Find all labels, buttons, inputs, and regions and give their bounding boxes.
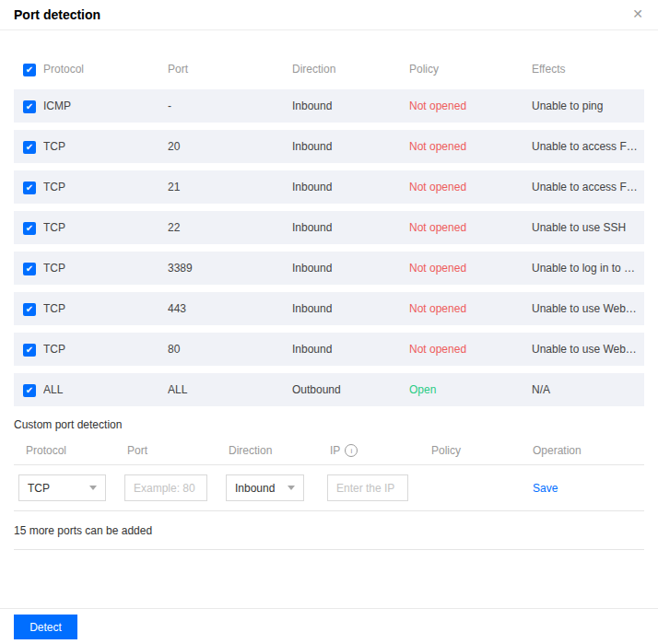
cell-port: 21 bbox=[168, 181, 292, 193]
select-all-checkbox[interactable]: ✔ bbox=[23, 64, 36, 76]
cell-policy: Not opened bbox=[409, 343, 532, 356]
custom-input-row: TCP Inbound Save bbox=[14, 465, 644, 511]
cell-effects: Unable to access FTP bbox=[532, 181, 644, 193]
custom-col-port: Port bbox=[115, 444, 217, 457]
cell-protocol: ICMP bbox=[43, 100, 168, 112]
cell-effects: Unable to ping bbox=[532, 100, 644, 112]
check-icon: ✔ bbox=[26, 65, 33, 75]
cell-effects: Unable to access FTP bbox=[532, 140, 644, 153]
cell-protocol: TCP bbox=[43, 221, 168, 234]
table-header: ✔ Protocol Port Direction Policy Effects bbox=[14, 55, 644, 83]
cell-port: 80 bbox=[168, 343, 292, 356]
cell-direction: Inbound bbox=[292, 343, 409, 356]
row-checkbox-cell: ✔ bbox=[14, 262, 43, 275]
protocol-select[interactable]: TCP bbox=[18, 474, 106, 501]
row-checkbox-cell: ✔ bbox=[14, 383, 43, 397]
cell-direction: Inbound bbox=[292, 100, 409, 112]
cell-protocol: TCP bbox=[43, 262, 168, 275]
cell-effects: Unable to use SSH bbox=[532, 221, 644, 234]
detect-button[interactable]: Detect bbox=[14, 615, 77, 639]
cell-direction: Inbound bbox=[292, 140, 409, 153]
table-body: ✔ ICMP - Inbound Not opened Unable to pi… bbox=[14, 89, 644, 406]
row-checkbox-cell: ✔ bbox=[14, 181, 43, 194]
check-icon: ✔ bbox=[26, 143, 33, 152]
protocol-select-cell: TCP bbox=[14, 474, 115, 501]
cell-port: 443 bbox=[168, 302, 292, 315]
page-title: Port detection bbox=[14, 7, 100, 22]
row-checkbox[interactable]: ✔ bbox=[23, 384, 36, 397]
custom-col-direction: Direction bbox=[217, 444, 318, 457]
check-icon: ✔ bbox=[26, 264, 33, 274]
cell-port: - bbox=[168, 100, 292, 112]
cell-port: 20 bbox=[168, 140, 292, 153]
custom-table-header: Protocol Port Direction IP i Policy Oper… bbox=[14, 437, 644, 465]
row-checkbox[interactable]: ✔ bbox=[23, 141, 36, 154]
cell-port: 22 bbox=[168, 221, 292, 234]
row-checkbox-cell: ✔ bbox=[14, 221, 43, 235]
dialog-header: Port detection bbox=[0, 0, 658, 30]
row-checkbox-cell: ✔ bbox=[14, 343, 43, 357]
cell-direction: Inbound bbox=[292, 302, 409, 315]
cell-policy: Not opened bbox=[409, 100, 532, 112]
custom-col-ip: IP i bbox=[318, 444, 419, 457]
direction-select-value: Inbound bbox=[235, 482, 275, 495]
cell-direction: Inbound bbox=[292, 221, 409, 234]
cell-policy: Not opened bbox=[409, 140, 532, 153]
cell-effects: Unable to use Web ser... bbox=[532, 302, 644, 315]
row-checkbox[interactable]: ✔ bbox=[23, 181, 36, 194]
cell-effects: N/A bbox=[532, 383, 644, 396]
cell-effects: Unable to log in to CVM bbox=[532, 262, 644, 275]
table-row: ✔ TCP 3389 Inbound Not opened Unable to … bbox=[14, 252, 644, 285]
ip-input-cell bbox=[318, 474, 419, 501]
row-checkbox-cell: ✔ bbox=[14, 140, 43, 154]
close-icon[interactable]: ✕ bbox=[632, 6, 643, 21]
table-row: ✔ ICMP - Inbound Not opened Unable to pi… bbox=[14, 89, 644, 123]
table-row: ✔ ALL ALL Outbound Open N/A bbox=[14, 373, 644, 406]
check-icon: ✔ bbox=[26, 183, 33, 193]
cell-protocol: TCP bbox=[43, 140, 168, 153]
ip-input[interactable] bbox=[327, 474, 408, 501]
cell-policy: Not opened bbox=[409, 221, 532, 234]
cell-policy: Not opened bbox=[409, 181, 532, 193]
check-icon: ✔ bbox=[26, 386, 33, 395]
cell-direction: Inbound bbox=[292, 262, 409, 275]
ports-remaining-note: 15 more ports can be added bbox=[14, 511, 644, 550]
cell-protocol: TCP bbox=[43, 343, 168, 356]
cell-policy: Not opened bbox=[409, 302, 532, 315]
table-row: ✔ TCP 22 Inbound Not opened Unable to us… bbox=[14, 211, 644, 244]
cell-protocol: TCP bbox=[43, 302, 168, 315]
custom-col-ip-label: IP bbox=[330, 444, 340, 457]
port-detection-dialog: Port detection ✕ ✔ Protocol Port Directi… bbox=[0, 0, 658, 550]
check-icon: ✔ bbox=[26, 345, 33, 355]
custom-col-protocol: Protocol bbox=[14, 444, 115, 457]
chevron-down-icon bbox=[89, 486, 97, 490]
select-all-checkbox-cell: ✔ bbox=[14, 63, 43, 76]
table-row: ✔ TCP 20 Inbound Not opened Unable to ac… bbox=[14, 130, 644, 163]
port-input[interactable] bbox=[124, 474, 207, 501]
info-icon[interactable]: i bbox=[345, 444, 358, 457]
row-checkbox[interactable]: ✔ bbox=[23, 303, 36, 316]
custom-section-title: Custom port detection bbox=[14, 418, 644, 431]
table-row: ✔ TCP 80 Inbound Not opened Unable to us… bbox=[14, 333, 644, 366]
cell-effects: Unable to use Web ser... bbox=[532, 343, 644, 356]
table-row: ✔ TCP 443 Inbound Not opened Unable to u… bbox=[14, 292, 644, 325]
row-checkbox[interactable]: ✔ bbox=[23, 100, 36, 113]
custom-col-operation: Operation bbox=[521, 444, 644, 457]
cell-direction: Inbound bbox=[292, 181, 409, 193]
protocol-select-value: TCP bbox=[28, 482, 50, 495]
row-checkbox[interactable]: ✔ bbox=[23, 263, 36, 275]
row-checkbox[interactable]: ✔ bbox=[23, 222, 36, 235]
row-checkbox[interactable]: ✔ bbox=[23, 344, 36, 357]
col-header-policy: Policy bbox=[409, 63, 532, 76]
chevron-down-icon bbox=[288, 486, 295, 490]
direction-select[interactable]: Inbound bbox=[226, 474, 304, 501]
cell-protocol: TCP bbox=[43, 181, 168, 193]
cell-policy: Open bbox=[409, 383, 532, 396]
row-checkbox-cell: ✔ bbox=[14, 100, 43, 113]
dialog-footer: Detect bbox=[0, 608, 658, 644]
col-header-effects: Effects bbox=[532, 63, 644, 76]
cell-protocol: ALL bbox=[43, 383, 168, 396]
cell-port: ALL bbox=[168, 383, 292, 396]
save-button[interactable]: Save bbox=[521, 482, 644, 495]
port-input-cell bbox=[115, 474, 217, 501]
